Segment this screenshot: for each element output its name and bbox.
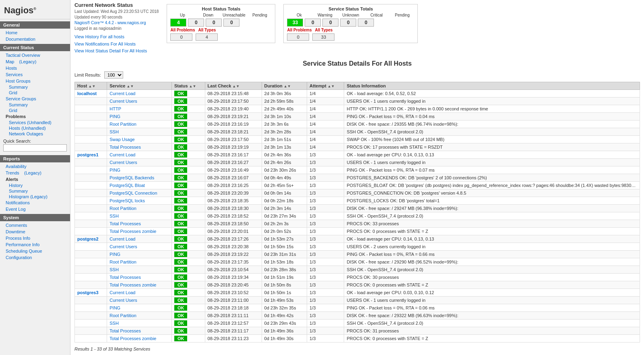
host-down-value[interactable]: 0 bbox=[188, 19, 204, 27]
duration-cell: 0d 1h 51m 19s bbox=[262, 273, 307, 281]
sidebar-documentation[interactable]: Documentation bbox=[0, 36, 70, 42]
svc-pending-value[interactable]: 0 bbox=[358, 19, 374, 27]
host-cell[interactable]: postgres2 bbox=[75, 235, 107, 243]
svc-critical-label: Critical bbox=[364, 13, 388, 17]
service-cell[interactable]: Root Partition bbox=[107, 120, 172, 128]
service-cell[interactable]: SSH bbox=[107, 212, 172, 220]
service-cell[interactable]: Current Load bbox=[107, 151, 172, 158]
host-all-types-link[interactable]: All Types bbox=[198, 28, 216, 32]
service-cell[interactable]: Current Load bbox=[107, 89, 172, 97]
service-cell[interactable]: SSH bbox=[107, 319, 172, 327]
sidebar-performance-info[interactable]: Performance Info bbox=[0, 241, 70, 248]
service-cell[interactable]: PING bbox=[107, 250, 172, 258]
service-cell[interactable]: Root Partition bbox=[107, 204, 172, 212]
service-cell[interactable]: PING bbox=[107, 304, 172, 311]
host-cell[interactable]: postgres3 bbox=[75, 289, 107, 296]
service-cell[interactable]: Root Partition bbox=[107, 258, 172, 266]
sidebar-histogram[interactable]: Histogram (Legacy) bbox=[0, 194, 70, 199]
table-row: Root PartitionOK08-29-2018 23:18:300d 2h… bbox=[75, 204, 640, 212]
sidebar-map[interactable]: Map (Legacy) bbox=[0, 58, 70, 65]
service-status-values-row: 33 0 0 0 0 bbox=[287, 19, 414, 27]
status-info-cell: SSH OK - OpenSSH_7.4 (protocol 2.0) bbox=[344, 266, 640, 273]
service-cell[interactable]: Total Processes zombie bbox=[107, 334, 172, 342]
svc-ok-value[interactable]: 33 bbox=[287, 19, 303, 27]
search-input[interactable] bbox=[3, 144, 67, 152]
svc-all-problems-link[interactable]: All Problems bbox=[287, 28, 312, 32]
service-cell[interactable]: Total Processes bbox=[107, 327, 172, 334]
service-cell[interactable]: PostgreSQL Connection bbox=[107, 189, 172, 197]
sidebar-scheduling-queue[interactable]: Scheduling Queue bbox=[0, 248, 70, 254]
sidebar-services[interactable]: Services bbox=[0, 71, 70, 78]
host-cell[interactable]: localhost bbox=[75, 89, 107, 97]
host-all-problems-link[interactable]: All Problems bbox=[170, 28, 195, 32]
service-cell[interactable]: SSH bbox=[107, 128, 172, 135]
nagios-version-link[interactable]: Nagios® Core™ 4.4.2 - www.nagios.org bbox=[74, 21, 146, 25]
sidebar-network-outages[interactable]: Network Outages bbox=[0, 131, 70, 137]
sidebar-service-groups[interactable]: Service Groups bbox=[0, 95, 70, 102]
sidebar-hosts[interactable]: Hosts bbox=[0, 65, 70, 71]
sidebar-hosts-unhandled[interactable]: Hosts (Unhandled) bbox=[0, 125, 70, 131]
service-cell[interactable]: Root Partition bbox=[107, 311, 172, 319]
sidebar-servicegroups-summary[interactable]: Summary bbox=[0, 102, 70, 108]
service-cell[interactable]: PostgreSQL locks bbox=[107, 197, 172, 204]
service-cell[interactable]: Current Users bbox=[107, 97, 172, 105]
host-cell bbox=[75, 181, 107, 189]
table-row: SSHOK08-29-2018 23:12:570d 23h 29m 43s1/… bbox=[75, 319, 640, 327]
service-cell[interactable]: Current Load bbox=[107, 289, 172, 296]
duration-cell: 2d 2h 59m 58s bbox=[262, 97, 307, 105]
sidebar-comments[interactable]: Comments bbox=[0, 222, 70, 228]
service-cell[interactable]: Total Processes zombie bbox=[107, 227, 172, 235]
view-history-link[interactable]: View History For all hosts bbox=[74, 33, 159, 41]
sidebar-tactical-overview[interactable]: Tactical Overview bbox=[0, 52, 70, 58]
service-cell[interactable]: PING bbox=[107, 112, 172, 120]
attempt-cell: 1/4 bbox=[307, 143, 344, 151]
sidebar-event-log[interactable]: Event Log bbox=[0, 206, 70, 212]
sidebar-alerts-summary[interactable]: Summary bbox=[0, 188, 70, 194]
status-info-cell: PROCS OK: 33 processes bbox=[344, 220, 640, 227]
sidebar-home[interactable]: Home bbox=[0, 29, 70, 36]
status-cell: OK bbox=[171, 158, 205, 166]
service-cell[interactable]: PostgreSQL Backends bbox=[107, 174, 172, 181]
svc-unknown-value[interactable]: 0 bbox=[322, 19, 339, 27]
sidebar-host-groups[interactable]: Host Groups bbox=[0, 78, 70, 84]
service-cell[interactable]: Total Processes bbox=[107, 220, 172, 227]
svc-ok-label: Ok bbox=[287, 13, 311, 17]
sidebar-configuration[interactable]: Configuration bbox=[0, 254, 70, 261]
sidebar-notifications[interactable]: Notifications bbox=[0, 199, 70, 206]
sidebar-availability[interactable]: Availability bbox=[0, 163, 70, 170]
service-cell[interactable]: Current Users bbox=[107, 296, 172, 304]
view-host-status-link[interactable]: View Host Status Detail For All Hosts bbox=[74, 48, 159, 55]
service-cell[interactable]: HTTP bbox=[107, 105, 172, 112]
service-cell[interactable]: Total Processes zombie bbox=[107, 281, 172, 289]
sidebar-hostgroups-grid[interactable]: Grid bbox=[0, 90, 70, 95]
service-cell[interactable]: Current Users bbox=[107, 243, 172, 250]
sidebar-trends[interactable]: Trends (Legacy) bbox=[0, 170, 70, 176]
view-notifications-link[interactable]: View Notifications For All Hosts bbox=[74, 41, 159, 48]
svc-warning-value[interactable]: 0 bbox=[305, 19, 321, 27]
service-cell[interactable]: Total Processes bbox=[107, 273, 172, 281]
table-row: Total ProcessesOK08-29-2018 23:19:192d 3… bbox=[75, 143, 640, 151]
svc-critical-value[interactable]: 0 bbox=[340, 19, 356, 27]
sidebar-servicegroups-grid[interactable]: Grid bbox=[0, 108, 70, 113]
service-cell[interactable]: Total Processes bbox=[107, 143, 172, 151]
sidebar-process-info[interactable]: Process Info bbox=[0, 235, 70, 241]
last-check-cell: 08-29-2018 23:17:35 bbox=[205, 258, 262, 266]
host-up-value[interactable]: 4 bbox=[170, 19, 186, 27]
service-cell[interactable]: Current Users bbox=[107, 158, 172, 166]
service-cell[interactable]: Current Load bbox=[107, 235, 172, 243]
service-cell[interactable]: Swap Usage bbox=[107, 135, 172, 143]
service-cell[interactable]: PING bbox=[107, 166, 172, 174]
svc-all-types-link[interactable]: All Types bbox=[315, 28, 333, 32]
duration-cell: 0d 23h 27m 34s bbox=[262, 212, 307, 220]
service-cell[interactable]: SSH bbox=[107, 266, 172, 273]
sidebar-downtime[interactable]: Downtime bbox=[0, 228, 70, 235]
sidebar-hostgroups-summary[interactable]: Summary bbox=[0, 84, 70, 90]
service-cell[interactable]: PostgreSQL Bloat bbox=[107, 181, 172, 189]
limit-select[interactable]: 100 50 200 bbox=[104, 71, 123, 79]
host-pending-value[interactable]: 0 bbox=[223, 19, 239, 27]
host-unreachable-value[interactable]: 0 bbox=[206, 19, 222, 27]
sidebar-services-unhandled[interactable]: Services (Unhandled) bbox=[0, 120, 70, 125]
host-cell[interactable]: postgres1 bbox=[75, 151, 107, 158]
last-check-cell: 08-29-2018 23:11:00 bbox=[205, 296, 262, 304]
sidebar-alerts-history[interactable]: History bbox=[0, 183, 70, 188]
